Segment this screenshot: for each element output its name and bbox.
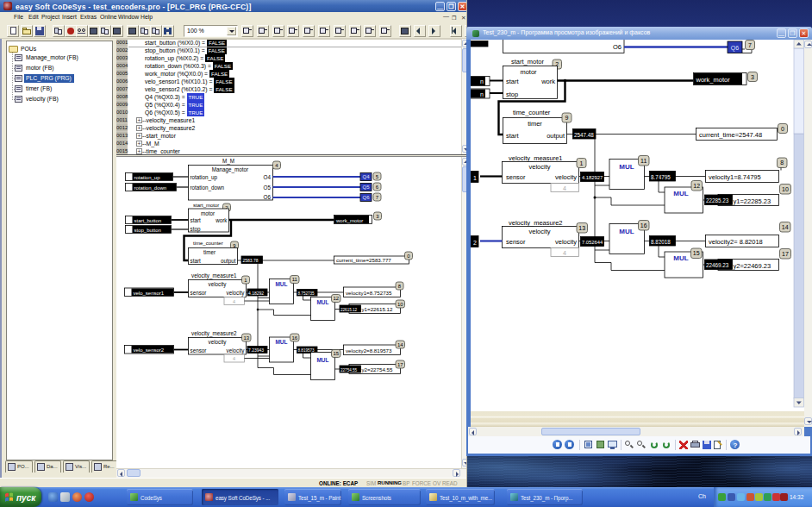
svg-text:start_button: start_button xyxy=(134,218,162,223)
svg-text:1: 1 xyxy=(580,160,584,166)
svg-text:stop_button: stop_button xyxy=(134,228,161,233)
svg-text:y1=22615.12: y1=22615.12 xyxy=(362,306,394,312)
svg-text:15: 15 xyxy=(693,250,700,256)
svg-text:start: start xyxy=(506,132,520,140)
svg-text:8.74795: 8.74795 xyxy=(651,174,671,180)
svg-text:1: 1 xyxy=(473,175,477,181)
svg-text:work_motor: work_motor xyxy=(335,218,363,223)
svg-text:start: start xyxy=(191,217,201,223)
svg-text:O6: O6 xyxy=(264,194,272,200)
svg-text:velocity: velocity xyxy=(209,339,228,346)
svg-text:Q5: Q5 xyxy=(362,185,370,190)
svg-text:7.052644: 7.052644 xyxy=(582,240,603,245)
svg-text:O6: O6 xyxy=(613,43,621,51)
svg-text:velocity_measure2: velocity_measure2 xyxy=(191,330,237,337)
svg-text:15: 15 xyxy=(333,351,339,356)
svg-text:MUL: MUL xyxy=(673,190,688,197)
svg-text:16: 16 xyxy=(291,335,297,341)
svg-text:velocity2=8.819573: velocity2=8.819573 xyxy=(346,347,392,354)
svg-text:22754.55: 22754.55 xyxy=(340,368,358,372)
svg-text:rotation_up: rotation_up xyxy=(134,175,161,180)
svg-text:current_time=2583.777: current_time=2583.777 xyxy=(336,257,391,263)
svg-text:Q6: Q6 xyxy=(362,195,370,200)
svg-text:3: 3 xyxy=(751,74,754,80)
svg-text:timer: timer xyxy=(528,120,542,128)
svg-text:start_motor: start_motor xyxy=(511,58,544,66)
svg-text:11: 11 xyxy=(640,158,646,164)
svg-text:start: start xyxy=(506,78,520,85)
svg-text:velocity: velocity xyxy=(555,238,577,246)
svg-text:work: work xyxy=(540,78,555,85)
svg-text:7: 7 xyxy=(748,42,752,48)
svg-text:velocity2= 8.82018: velocity2= 8.82018 xyxy=(709,238,763,246)
svg-text:start_motor: start_motor xyxy=(193,203,219,208)
svg-text:sensor: sensor xyxy=(506,238,526,246)
svg-text:velocity_measure1: velocity_measure1 xyxy=(509,154,563,162)
svg-text:stop: stop xyxy=(506,91,518,98)
svg-text:velocity: velocity xyxy=(209,281,228,288)
svg-text:22285.23: 22285.23 xyxy=(706,197,729,203)
svg-text:time_counter: time_counter xyxy=(193,241,223,246)
svg-text:Q6: Q6 xyxy=(731,45,739,52)
svg-text:8: 8 xyxy=(780,160,784,166)
svg-text:stop: stop xyxy=(191,226,201,233)
svg-text:4: 4 xyxy=(233,356,235,361)
svg-text:17: 17 xyxy=(782,251,789,257)
svg-text:2583.78: 2583.78 xyxy=(243,258,259,263)
svg-text:MUL: MUL xyxy=(673,254,688,262)
svg-text:O4: O4 xyxy=(264,174,272,180)
svg-text:MUL: MUL xyxy=(316,357,328,363)
svg-text:timer: timer xyxy=(203,249,215,255)
svg-text:n: n xyxy=(480,91,484,97)
svg-text:velocity_measure2: velocity_measure2 xyxy=(509,219,563,227)
svg-text:rotation_up: rotation_up xyxy=(191,174,218,181)
svg-text:пуск: пуск xyxy=(16,493,36,503)
svg-text:12: 12 xyxy=(333,296,339,301)
svg-text:0: 0 xyxy=(781,126,784,132)
svg-text:velo_sensor2: velo_sensor2 xyxy=(134,347,165,353)
svg-text:sensor: sensor xyxy=(506,173,526,181)
svg-text:output: output xyxy=(547,132,565,140)
svg-text:22469.23: 22469.23 xyxy=(706,262,729,268)
svg-text:4: 4 xyxy=(233,299,235,304)
svg-text:rotation_down: rotation_down xyxy=(191,185,225,191)
svg-text:Q4: Q4 xyxy=(362,174,370,179)
svg-text:13: 13 xyxy=(243,335,249,341)
svg-text:12: 12 xyxy=(693,183,700,189)
svg-text:13: 13 xyxy=(578,225,585,231)
svg-text:velocity: velocity xyxy=(528,163,550,171)
svg-text:17: 17 xyxy=(397,362,403,367)
svg-text:M_M: M_M xyxy=(222,158,234,165)
svg-text:11: 11 xyxy=(292,277,298,282)
svg-text:2: 2 xyxy=(473,240,477,246)
svg-text:velocity1=8.752735: velocity1=8.752735 xyxy=(346,290,392,296)
svg-text:velocity1=8.74795: velocity1=8.74795 xyxy=(709,173,761,181)
svg-text:velo_sensor1: velo_sensor1 xyxy=(134,291,165,296)
svg-text:work: work xyxy=(215,217,228,223)
svg-text:motor: motor xyxy=(520,68,537,76)
svg-text:velocity: velocity xyxy=(555,173,577,181)
svg-text:MUL: MUL xyxy=(275,281,287,287)
svg-text:Manage_motor: Manage_motor xyxy=(212,166,248,173)
svg-text:8.752735: 8.752735 xyxy=(298,291,315,296)
svg-text:14: 14 xyxy=(397,342,403,347)
svg-text:4.182927: 4.182927 xyxy=(582,175,603,180)
svg-text:2547.48: 2547.48 xyxy=(574,132,594,138)
svg-text:time_counter: time_counter xyxy=(513,109,551,116)
svg-text:7.23943: 7.23943 xyxy=(248,347,264,353)
svg-text:y2=22754.55: y2=22754.55 xyxy=(362,366,394,372)
svg-text:velocity: velocity xyxy=(528,228,550,235)
svg-text:4.18292: 4.18292 xyxy=(248,291,264,296)
svg-text:y2=22469.23: y2=22469.23 xyxy=(734,262,771,270)
svg-text:4: 4 xyxy=(563,185,566,191)
svg-text:velocity: velocity xyxy=(227,290,246,297)
svg-text:MUL: MUL xyxy=(275,339,287,345)
svg-text:22615.12: 22615.12 xyxy=(340,308,358,312)
svg-text:MUL: MUL xyxy=(619,163,634,171)
svg-text:output: output xyxy=(221,258,236,265)
svg-text:velocity: velocity xyxy=(227,347,246,354)
svg-text:velocity_measure1: velocity_measure1 xyxy=(191,272,237,279)
svg-text:10: 10 xyxy=(782,186,789,192)
svg-text:n: n xyxy=(480,78,484,84)
svg-text:sensor: sensor xyxy=(191,347,207,354)
